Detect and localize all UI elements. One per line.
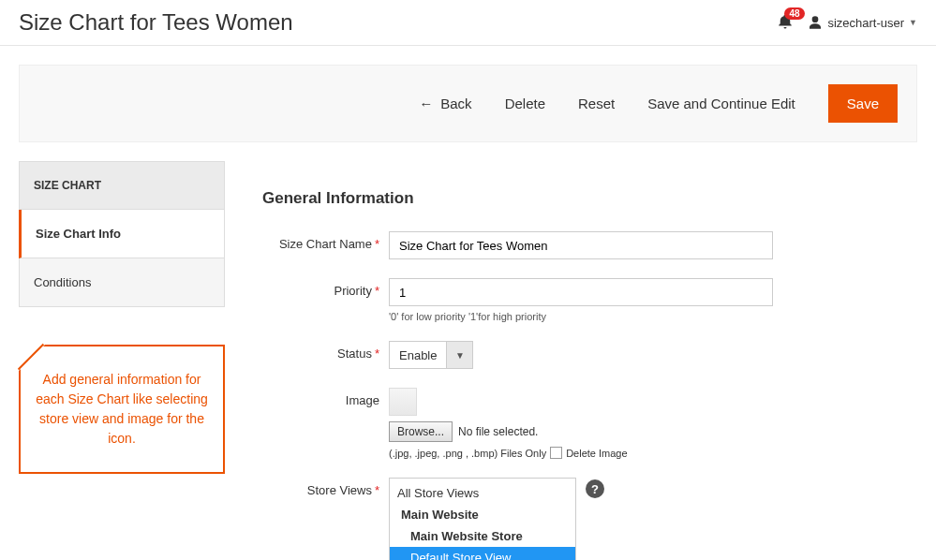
status-value: Enable	[390, 342, 446, 368]
chevron-down-icon: ▼	[909, 18, 917, 27]
form-content: General Information Size Chart Name* Pri…	[262, 161, 917, 560]
user-menu[interactable]: sizechart-user ▼	[808, 15, 917, 30]
page-title: Size Chart for Tees Women	[19, 9, 293, 36]
priority-label: Priority*	[262, 278, 389, 298]
row-image: Image Browse... No file selected. (.jpg,…	[262, 388, 917, 459]
status-label: Status*	[262, 341, 389, 361]
delete-image-label: Delete Image	[566, 448, 627, 459]
notification-count-badge: 48	[784, 7, 804, 20]
store-option-view[interactable]: Default Store View	[390, 547, 575, 560]
back-arrow-icon: ←	[419, 96, 433, 111]
store-option-all[interactable]: All Store Views	[390, 482, 575, 504]
no-file-label: No file selected.	[458, 425, 538, 438]
page-header: Size Chart for Tees Women 48 sizechart-u…	[0, 0, 936, 46]
user-icon	[808, 15, 823, 30]
save-continue-button[interactable]: Save and Continue Edit	[647, 96, 795, 111]
tab-size-chart-info[interactable]: Size Chart Info	[19, 210, 225, 258]
store-option-store[interactable]: Main Website Store	[390, 525, 575, 547]
store-views-listbox[interactable]: All Store Views Main Website Main Websit…	[389, 478, 576, 560]
priority-input[interactable]	[389, 278, 773, 306]
help-icon[interactable]: ?	[586, 479, 604, 498]
image-thumbnail	[389, 388, 417, 416]
delete-image-checkbox[interactable]	[550, 447, 562, 459]
row-name: Size Chart Name*	[262, 231, 917, 259]
action-bar: ←Back Delete Reset Save and Continue Edi…	[19, 65, 917, 142]
save-button[interactable]: Save	[828, 84, 898, 123]
delete-button[interactable]: Delete	[505, 96, 545, 111]
notifications-button[interactable]: 48	[777, 13, 794, 33]
store-views-label: Store Views*	[262, 478, 389, 497]
sidebar-panel-title: SIZE CHART	[19, 161, 225, 210]
image-helper-row: (.jpg, .jpeg, .png , .bmp) Files Only De…	[389, 447, 773, 459]
back-button[interactable]: ←Back	[419, 96, 471, 111]
main-layout: SIZE CHART Size Chart Info Conditions Ad…	[0, 161, 936, 560]
status-select[interactable]: Enable ▼	[389, 341, 473, 369]
name-label: Size Chart Name*	[262, 231, 389, 251]
image-filetype-helper: (.jpg, .jpeg, .png , .bmp) Files Only	[389, 448, 546, 459]
priority-helper: '0' for low priority '1'for high priorit…	[389, 311, 773, 322]
tab-conditions[interactable]: Conditions	[19, 258, 225, 307]
row-store-views: Store Views* All Store Views Main Websit…	[262, 478, 917, 560]
chevron-down-icon: ▼	[446, 342, 472, 368]
name-input[interactable]	[389, 231, 773, 259]
row-priority: Priority* '0' for low priority '1'for hi…	[262, 278, 917, 322]
reset-button[interactable]: Reset	[578, 96, 615, 111]
row-status: Status* Enable ▼	[262, 341, 917, 369]
store-option-website[interactable]: Main Website	[390, 504, 575, 525]
section-title: General Information	[262, 189, 917, 208]
info-callout: Add general information for each Size Ch…	[19, 345, 225, 474]
image-label: Image	[262, 388, 389, 407]
header-actions: 48 sizechart-user ▼	[777, 13, 917, 33]
browse-button[interactable]: Browse...	[389, 421, 453, 442]
sidebar: SIZE CHART Size Chart Info Conditions Ad…	[19, 161, 225, 560]
username-label: sizechart-user	[827, 16, 904, 30]
